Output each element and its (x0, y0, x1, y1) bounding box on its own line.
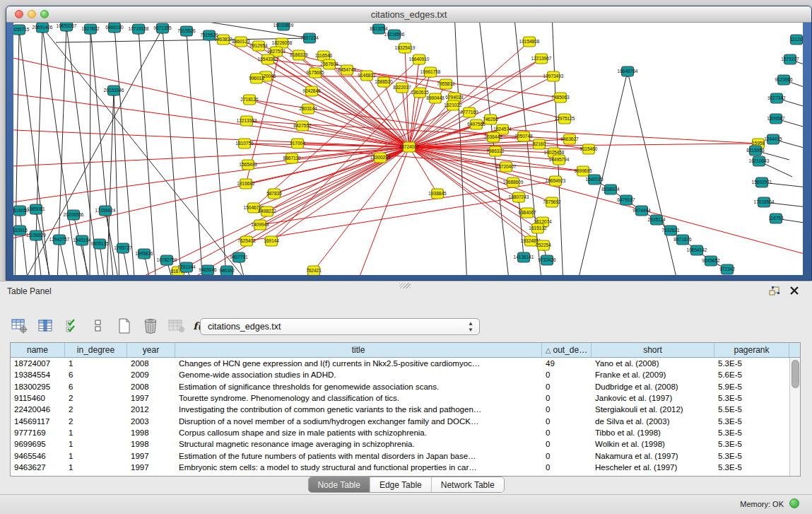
graph-node[interactable]: 10719158 (129, 24, 149, 34)
graph-node[interactable]: 8990448 (426, 93, 445, 103)
graph-node[interactable]: 8938924 (601, 185, 620, 194)
graph-node[interactable]: 7955812 (437, 79, 455, 89)
graph-node[interactable]: 16648784 (618, 66, 638, 76)
table-row[interactable]: 969969511998Structural magnetic resonanc… (11, 438, 789, 450)
table-row[interactable]: 1456911722003Disruption of a novel membe… (11, 415, 789, 426)
graph-node[interactable]: 8454749 (338, 65, 356, 75)
graph-node[interactable]: 587835 (266, 189, 282, 199)
create-column-icon[interactable] (116, 318, 133, 334)
graph-node[interactable]: 18325419 (395, 43, 416, 53)
column-header-title[interactable]: title (175, 343, 542, 357)
column-header-out_de[interactable]: △out_de… (542, 343, 592, 357)
graph-node[interactable]: 996018 (249, 74, 264, 83)
graph-node[interactable]: 16782759 (157, 255, 177, 265)
graph-node[interactable]: 82160 (533, 139, 546, 149)
graph-node[interactable]: 1985061 (27, 204, 45, 214)
graph-node[interactable]: 6479197 (617, 195, 635, 205)
tab-node-table[interactable]: Node Table (308, 477, 370, 492)
unselect-all-icon[interactable] (90, 318, 107, 334)
graph-node[interactable]: 2935114 (648, 215, 666, 225)
graph-node[interactable]: 17359924 (95, 206, 116, 216)
graph-node[interactable]: 9227342 (767, 93, 786, 103)
graph-node[interactable]: 9465546 (199, 265, 217, 275)
table-row[interactable]: 1872400712008Changes of HCN gene express… (11, 358, 789, 369)
vertical-scrollbar[interactable] (789, 358, 800, 476)
graph-node[interactable]: 12942757 (49, 235, 70, 245)
graph-node[interactable]: 10154808 (519, 37, 540, 47)
graph-node[interactable]: 6466160 (105, 23, 124, 33)
graph-node[interactable]: 9123966 (775, 75, 793, 85)
graph-node[interactable]: 2718126 (240, 95, 259, 105)
graph-node[interactable]: 9474444 (632, 206, 651, 216)
table-row[interactable]: 977716911998Corpus callosum shape and si… (11, 427, 789, 438)
column-header-pagerank[interactable]: pagerank (714, 343, 789, 357)
graph-node[interactable]: 12213967 (531, 54, 552, 64)
table-options-icon[interactable] (11, 318, 28, 334)
graph-node[interactable]: 17016504 (754, 197, 775, 207)
table-row[interactable]: 1938455462009Genome-wide association stu… (11, 369, 789, 380)
graph-node[interactable]: 9146821 (358, 71, 376, 81)
select-all-icon[interactable] (64, 318, 81, 334)
graph-node[interactable]: 9777169 (460, 107, 478, 117)
graph-node[interactable]: 8471676 (673, 235, 692, 245)
graph-node[interactable]: 917004 (290, 139, 305, 148)
graph-node[interactable]: 1916682 (237, 179, 255, 189)
graph-node[interactable]: 252254 (536, 240, 551, 250)
table-selector-dropdown[interactable]: citations_edges.txt ▲▼ (200, 318, 480, 335)
graph-node[interactable]: 14055715 (13, 25, 30, 35)
column-header-name[interactable]: name (11, 343, 65, 357)
graph-node[interactable]: 7857224 (300, 33, 319, 43)
graph-node[interactable]: 9463627 (560, 134, 579, 144)
graph-node[interactable]: 746266 (483, 115, 498, 124)
graph-node[interactable]: 15692971 (752, 177, 772, 187)
graph-node[interactable]: 8427552 (293, 121, 312, 131)
scrollbar-thumb[interactable] (792, 360, 799, 388)
graph-node[interactable]: 20206556 (64, 210, 84, 220)
graph-node[interactable]: 16961758 (420, 67, 441, 77)
tab-edge-table[interactable]: Edge Table (370, 477, 432, 492)
graph-node[interactable]: 2050748 (514, 132, 533, 141)
graph-node[interactable]: 2803144 (299, 104, 317, 114)
float-panel-icon[interactable] (768, 286, 781, 297)
graph-node[interactable]: 9384067 (518, 208, 536, 218)
graph-node[interactable]: 9912954 (249, 41, 268, 51)
memory-status-icon[interactable] (789, 498, 799, 508)
graph-node[interactable]: 7632621 (661, 226, 680, 235)
graph-node[interactable]: 1995816 (135, 249, 153, 259)
graph-node[interactable]: 1938845 (428, 189, 447, 199)
graph-node[interactable]: 11120 (790, 35, 802, 45)
column-header-short[interactable]: short (592, 343, 714, 357)
graph-node[interactable]: 14136141 (514, 252, 534, 262)
panel-resize-grip-icon[interactable] (399, 283, 411, 288)
tab-network-table[interactable]: Network Table (432, 477, 504, 492)
table-row[interactable]: 1830029562008Estimation of significance … (11, 381, 789, 392)
table-row[interactable]: 946362711997Embryonic stem cells: a mode… (11, 462, 789, 473)
graph-node[interactable]: 9733426 (538, 255, 556, 265)
graph-node[interactable]: 9505135 (90, 239, 109, 249)
graph-node[interactable]: 10653267 (57, 23, 77, 31)
graph-node[interactable]: 2367608 (320, 59, 339, 69)
graph-node[interactable]: 7485063 (551, 93, 570, 103)
graph-node[interactable]: 1209587 (767, 114, 785, 124)
column-header-year[interactable]: year (127, 343, 175, 357)
network-canvas[interactable]: 1872400794638228860123991295418226058982… (13, 23, 803, 275)
graph-node[interactable]: 11156829 (26, 230, 46, 240)
graph-node[interactable]: 9457791 (230, 252, 248, 262)
graph-node[interactable]: 7875692 (543, 197, 561, 207)
table-row[interactable]: 946554611997Estimation of the future num… (11, 450, 789, 461)
column-header-in_degree[interactable]: in_degree (65, 343, 127, 357)
graph-node[interactable]: 1527602 (81, 24, 100, 34)
graph-node[interactable]: 1795727 (114, 243, 132, 253)
graph-node[interactable]: 8860123 (232, 37, 250, 47)
graph-node[interactable]: 1244415 (764, 134, 782, 144)
graph-node[interactable]: 1575107 (781, 54, 799, 64)
graph-node[interactable]: 9115460 (580, 144, 598, 154)
show-columns-icon[interactable] (37, 318, 54, 334)
graph-node[interactable]: 116753 (768, 214, 784, 223)
graph-node[interactable]: 169144 (264, 236, 279, 246)
graph-node[interactable]: 20153346 (104, 86, 124, 95)
graph-node[interactable]: 16033809 (273, 23, 294, 30)
table-row[interactable]: 2242004622012Investigating the contribut… (11, 404, 789, 415)
graph-node[interactable]: 8186328 (290, 50, 308, 60)
graph-node[interactable]: 8867110 (283, 153, 301, 163)
